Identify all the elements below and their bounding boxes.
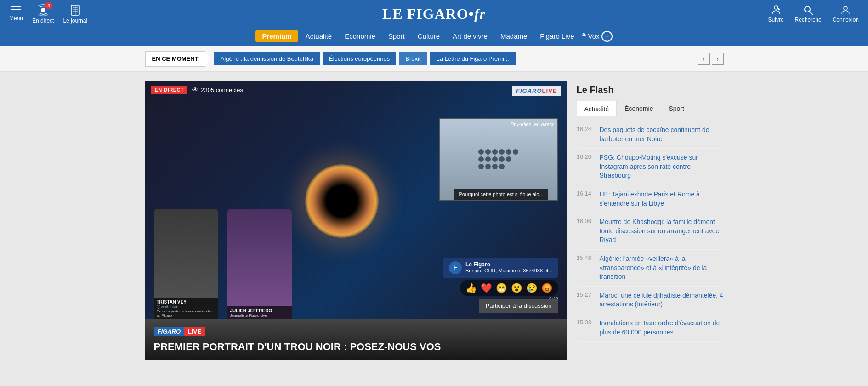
- ticker-item-3[interactable]: Brexit: [399, 52, 427, 65]
- nav-economie[interactable]: Economie: [339, 30, 381, 42]
- flash-item-6: 15:27 Maroc: une cellule djihadiste déma…: [577, 287, 724, 314]
- svg-point-11: [844, 6, 847, 10]
- menu-label: Menu: [9, 15, 23, 22]
- ticker-item-1[interactable]: Algérie : la démission de Bouteflika: [214, 52, 320, 65]
- en-direct-badge: EN DIRECT: [151, 86, 188, 94]
- flash-time-7: 15:03: [577, 319, 594, 326]
- journal-button[interactable]: Le journal: [63, 4, 87, 24]
- flash-text-1[interactable]: Des paquets de cocaïne continuent de bar…: [600, 126, 724, 144]
- svg-point-0: [41, 8, 45, 12]
- presenter-2: JULIEN JEFFREDO Journaliste Figaro Live: [227, 209, 292, 319]
- menu-button[interactable]: Menu: [9, 6, 23, 22]
- header-left: Menu 4 En direct: [9, 4, 87, 24]
- suivre-button[interactable]: Suivre: [768, 5, 784, 23]
- svg-point-9: [805, 6, 810, 12]
- why-photo-caption: Pourquoi cette photo est si floue alo...: [454, 189, 548, 200]
- presenter-area: TRISTAN VEY @veytristan Grand reporter s…: [145, 209, 567, 319]
- recherche-button[interactable]: Recherche: [795, 5, 822, 23]
- audience-row: [478, 149, 518, 155]
- flash-time-3: 16:14: [577, 190, 594, 197]
- connexion-button[interactable]: Connexion: [833, 5, 859, 23]
- nav-figaro-live[interactable]: Figaro Live: [534, 30, 579, 42]
- flash-tab-economie[interactable]: Économie: [617, 101, 661, 116]
- notification-badge: 4: [45, 2, 52, 9]
- presenter-silhouette-1: TRISTAN VEY @veytristan Grand reporter s…: [154, 209, 218, 319]
- flash-tab-actualite[interactable]: Actualité: [577, 101, 617, 116]
- audience-visual: [469, 140, 528, 179]
- ticker-item-2[interactable]: Élections européennes: [323, 52, 396, 65]
- flash-item-7: 15:03 Inondations en Iran: ordre d'évacu…: [577, 314, 724, 342]
- ticker-next-button[interactable]: ›: [712, 53, 724, 65]
- svg-rect-2: [71, 5, 75, 15]
- flash-text-6[interactable]: Maroc: une cellule djihadiste démantelée…: [600, 291, 724, 309]
- flash-time-4: 16:06: [577, 218, 594, 225]
- nav-vox[interactable]: ❝ Vox: [582, 31, 600, 41]
- nav-madame[interactable]: Madame: [495, 30, 533, 42]
- presenter-2-name-tag: JULIEN JEFFREDO Journaliste Figaro Live: [227, 306, 292, 319]
- ticker-nav: ‹ ›: [698, 53, 724, 65]
- brussels-background: [440, 119, 557, 200]
- audience-row: [478, 164, 518, 169]
- ticker-items: Algérie : la démission de Bouteflika Éle…: [214, 52, 694, 65]
- video-player[interactable]: Bruxelles, en direct: [145, 81, 567, 319]
- flash-items: 16:24 Des paquets de cocaïne continuent …: [577, 121, 724, 342]
- header-right: Suivre Recherche Connexion: [768, 5, 859, 23]
- header-top: Menu 4 En direct: [0, 0, 868, 28]
- flash-item-4: 16:06 Meurtre de Khashoggi: la famille d…: [577, 213, 724, 250]
- brussels-label: Bruxelles, en direct: [511, 121, 554, 127]
- flash-tab-sport[interactable]: Sport: [661, 101, 692, 116]
- figaro-live-watermark: FIGAROLIVE: [512, 86, 561, 96]
- ticker-prev-button[interactable]: ‹: [698, 53, 710, 65]
- main-content: Bruxelles, en direct: [136, 72, 733, 369]
- flash-sidebar: Le Flash Actualité Économie Sport 16:24 …: [577, 81, 724, 360]
- quote-icon: ❝: [582, 31, 586, 41]
- presenter-1: TRISTAN VEY @veytristan Grand reporter s…: [154, 209, 218, 319]
- flash-item-3: 16:14 UE: Tajani exhorte Paris et Rome à…: [577, 185, 724, 213]
- suivre-icon: [771, 5, 782, 16]
- nav-sport[interactable]: Sport: [383, 30, 410, 42]
- nav-art-de-vivre[interactable]: Art de vivre: [447, 30, 493, 42]
- presenter-silhouette-2: JULIEN JEFFREDO Journaliste Figaro Live: [227, 209, 292, 319]
- presenter-1-name-tag: TRISTAN VEY @veytristan Grand reporter s…: [154, 298, 218, 319]
- flash-time-2: 16:20: [577, 153, 594, 160]
- search-icon: [803, 5, 814, 16]
- journal-icon: [69, 4, 82, 17]
- video-section: Bruxelles, en direct: [145, 81, 567, 360]
- brussels-insert: Bruxelles, en direct: [439, 118, 558, 201]
- en-direct-button[interactable]: 4 En direct: [32, 4, 54, 24]
- ticker-bar: EN CE MOMENT Algérie : la démission de B…: [136, 46, 733, 71]
- user-icon: [840, 5, 851, 16]
- nav-actualite[interactable]: Actualité: [300, 30, 338, 42]
- journal-label: Le journal: [63, 17, 87, 24]
- main-nav: Premium Actualité Economie Sport Culture…: [0, 28, 868, 46]
- flash-time-1: 16:24: [577, 126, 594, 133]
- figaro-live-label: FIGARO LIVE: [154, 327, 205, 336]
- nav-premium[interactable]: Premium: [255, 30, 298, 42]
- video-title: PREMIER PORTRAIT D'UN TROU NOIR : POSEZ-…: [154, 341, 558, 353]
- flash-item-1: 16:24 Des paquets de cocaïne continuent …: [577, 121, 724, 149]
- video-caption: FIGARO LIVE PREMIER PORTRAIT D'UN TROU N…: [145, 319, 567, 360]
- en-direct-label: En direct: [32, 17, 54, 24]
- nav-culture[interactable]: Culture: [412, 30, 445, 42]
- flash-time-5: 15:46: [577, 254, 594, 261]
- video-background: Bruxelles, en direct: [145, 81, 567, 319]
- flash-text-3[interactable]: UE: Tajani exhorte Paris et Rome à s'ent…: [600, 190, 724, 208]
- viewers-count: 👁 2305 connectés: [192, 86, 243, 93]
- video-overlay-top: EN DIRECT 👁 2305 connectés: [145, 81, 567, 98]
- flash-title: Le Flash: [577, 81, 724, 101]
- flash-text-5[interactable]: Algérie: l'armée «veillera» à la «transp…: [600, 254, 724, 282]
- flash-time-6: 15:27: [577, 291, 594, 298]
- header: Menu 4 En direct: [0, 0, 868, 46]
- ticker-container: EN CE MOMENT Algérie : la démission de B…: [0, 46, 868, 72]
- svg-point-6: [774, 6, 778, 9]
- ticker-item-4[interactable]: La Lettre du Figaro Premi...: [430, 52, 515, 65]
- flash-text-7[interactable]: Inondations en Iran: ordre d'évacuation …: [600, 319, 724, 337]
- site-logo[interactable]: LE FIGARO•fr: [382, 6, 486, 23]
- nav-more-button[interactable]: +: [601, 31, 613, 42]
- flash-tabs: Actualité Économie Sport: [577, 101, 724, 116]
- flash-item-5: 15:46 Algérie: l'armée «veillera» à la «…: [577, 250, 724, 287]
- flash-text-4[interactable]: Meurtre de Khashoggi: la famille dément …: [600, 218, 724, 245]
- flash-item-2: 16:20 PSG: Choupo-Moting s'excuse sur In…: [577, 149, 724, 185]
- audience-row: [478, 156, 518, 162]
- flash-text-2[interactable]: PSG: Choupo-Moting s'excuse sur Instagra…: [600, 153, 724, 180]
